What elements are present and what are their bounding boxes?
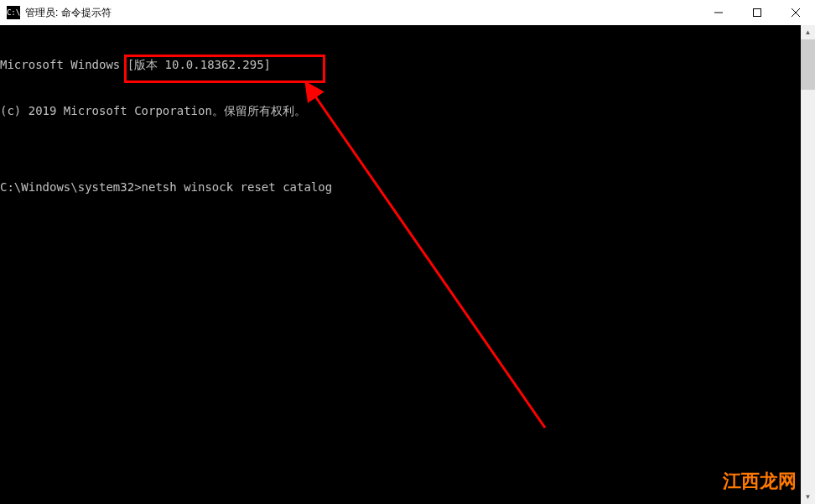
window-title: 管理员: 命令提示符 bbox=[25, 6, 112, 20]
terminal-prompt: C:\Windows\system32> bbox=[0, 180, 142, 194]
vertical-scrollbar[interactable]: ▲ ▼ bbox=[801, 25, 815, 504]
close-button[interactable] bbox=[776, 0, 815, 25]
scrollbar-thumb[interactable] bbox=[801, 39, 815, 90]
terminal-command: netsh winsock reset catalog bbox=[142, 180, 333, 194]
cmd-icon: C:\ bbox=[7, 6, 20, 19]
terminal-version-line: Microsoft Windows [版本 10.0.18362.295] bbox=[0, 57, 801, 72]
terminal-copyright-line: (c) 2019 Microsoft Corporation。保留所有权利。 bbox=[0, 103, 801, 118]
minimize-button[interactable] bbox=[699, 0, 738, 25]
watermark-text: 江西龙网 bbox=[723, 469, 797, 494]
window-titlebar: C:\ 管理员: 命令提示符 bbox=[0, 0, 815, 25]
window-controls bbox=[699, 0, 815, 25]
terminal-prompt-line: C:\Windows\system32>netsh winsock reset … bbox=[0, 179, 801, 195]
scrollbar-down-arrow-icon[interactable]: ▼ bbox=[801, 490, 815, 504]
svg-rect-1 bbox=[754, 9, 761, 17]
scrollbar-up-arrow-icon[interactable]: ▲ bbox=[801, 25, 815, 39]
maximize-button[interactable] bbox=[738, 0, 776, 25]
terminal-area[interactable]: Microsoft Windows [版本 10.0.18362.295] (c… bbox=[0, 25, 801, 504]
